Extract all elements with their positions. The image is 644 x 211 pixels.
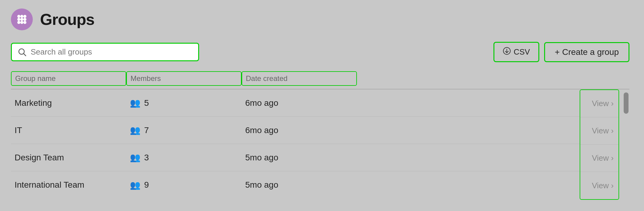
table-main-cols: Marketing 👥 5 6mo ago IT 👥 7 6mo ago: [11, 89, 580, 200]
members-count: 3: [144, 153, 149, 162]
scrollbar-track: [623, 89, 629, 200]
svg-point-4: [20, 18, 23, 21]
svg-point-8: [23, 21, 26, 24]
table-row: International Team 👥 9 5mo ago: [11, 171, 580, 199]
svg-point-7: [20, 21, 23, 24]
scrollbar-thumb[interactable]: [624, 92, 629, 114]
view-button-design[interactable]: View ›: [580, 145, 619, 172]
view-button-marketing[interactable]: View ›: [580, 90, 619, 117]
empty-cell: [357, 124, 543, 136]
view-col-wrapper: View › View › View › View ›: [580, 89, 619, 200]
svg-line-10: [24, 54, 26, 56]
members-icon: 👥: [130, 98, 141, 108]
page: Groups CSV + Create a: [0, 0, 644, 211]
create-group-label: + Create a group: [555, 47, 619, 57]
svg-point-3: [17, 18, 20, 21]
members-icon: 👥: [130, 125, 141, 135]
csv-label: CSV: [514, 47, 530, 57]
svg-point-5: [23, 18, 26, 21]
search-input[interactable]: [31, 47, 192, 57]
page-header: Groups: [0, 0, 644, 36]
svg-point-1: [20, 15, 23, 18]
toolbar: CSV + Create a group: [0, 36, 644, 68]
members-count: 7: [144, 126, 149, 135]
csv-button[interactable]: CSV: [493, 42, 539, 62]
search-icon: [18, 48, 26, 56]
members-icon: 👥: [130, 152, 141, 162]
col-header-empty: [357, 71, 593, 86]
empty-cell: [357, 179, 543, 191]
view-col-container: View › View › View › View ›: [580, 89, 619, 200]
view-label: View ›: [592, 126, 614, 136]
create-group-button[interactable]: + Create a group: [544, 42, 629, 62]
apps-icon: [16, 14, 28, 25]
members-cell: 👥 3: [126, 146, 242, 169]
view-label: View ›: [592, 181, 614, 190]
empty-cell: [357, 97, 543, 109]
csv-download-icon: [503, 47, 511, 57]
table-header: Group name Members Date created: [11, 68, 629, 89]
empty-cell: [357, 152, 543, 164]
groups-table: Group name Members Date created Marketin…: [0, 68, 644, 200]
group-name-cell: Marketing: [11, 92, 126, 114]
svg-point-0: [17, 15, 20, 18]
table-row: IT 👥 7 6mo ago: [11, 117, 580, 144]
view-label: View ›: [592, 99, 614, 108]
view-col-inner: View › View › View › View ›: [580, 90, 619, 199]
members-cell: 👥 5: [126, 92, 242, 114]
date-created-cell: 6mo ago: [242, 119, 357, 141]
col-header-group-name: Group name: [11, 71, 126, 86]
members-count: 5: [144, 98, 149, 108]
group-name-cell: IT: [11, 119, 126, 141]
table-body: Marketing 👥 5 6mo ago IT 👥 7 6mo ago: [11, 89, 629, 200]
members-cell: 👥 7: [126, 119, 242, 141]
col-header-members: Members: [126, 71, 242, 86]
table-row: Marketing 👥 5 6mo ago: [11, 89, 580, 117]
date-created-cell: 6mo ago: [242, 92, 357, 114]
search-box[interactable]: [11, 43, 199, 61]
date-created-cell: 5mo ago: [242, 147, 357, 169]
members-icon: 👥: [130, 180, 141, 190]
page-title: Groups: [40, 10, 94, 28]
view-button-international[interactable]: View ›: [580, 172, 619, 199]
view-label: View ›: [592, 153, 614, 163]
svg-point-6: [17, 21, 20, 24]
svg-point-2: [23, 15, 26, 18]
members-count: 9: [144, 180, 149, 190]
col-header-date-created: Date created: [242, 71, 357, 86]
group-name-cell: International Team: [11, 174, 126, 196]
app-icon: [11, 8, 33, 30]
date-created-cell: 5mo ago: [242, 174, 357, 196]
table-row: Design Team 👥 3 5mo ago: [11, 144, 580, 171]
members-cell: 👥 9: [126, 174, 242, 196]
group-name-cell: Design Team: [11, 147, 126, 169]
col-header-view: [593, 71, 629, 86]
view-button-it[interactable]: View ›: [580, 117, 619, 145]
